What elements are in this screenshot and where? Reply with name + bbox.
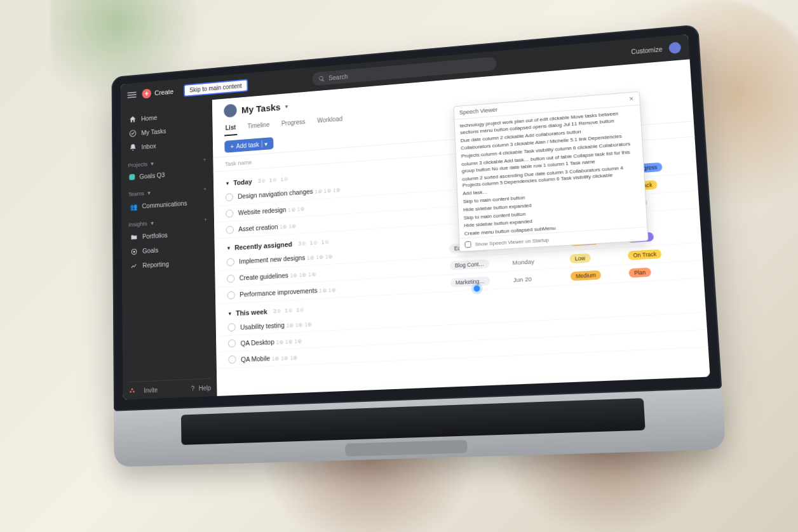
collapse-icon: ▼ bbox=[226, 245, 231, 251]
speech-viewer-window[interactable]: Speech Viewer ✕ technology project work … bbox=[454, 91, 649, 252]
tab-list[interactable]: List bbox=[224, 120, 237, 136]
task-priority bbox=[573, 325, 626, 328]
svg-point-2 bbox=[133, 250, 135, 252]
section-meta: 3⊕1⊕1⊕ bbox=[298, 239, 329, 247]
speech-viewer-log[interactable]: technology project work plan out of edit… bbox=[455, 105, 647, 238]
home-icon bbox=[129, 115, 137, 124]
task-priority: Low bbox=[569, 251, 623, 263]
complete-checkbox[interactable] bbox=[226, 209, 233, 217]
task-project bbox=[453, 347, 511, 350]
chevron-down-icon[interactable]: ▾ bbox=[264, 140, 267, 147]
collapse-icon: ▼ bbox=[225, 180, 229, 186]
screen-bezel: + Create Skip to main content Search Cus… bbox=[112, 24, 722, 411]
section-meta: 3⊕1⊕1⊕ bbox=[273, 307, 304, 314]
complete-checkbox[interactable] bbox=[226, 225, 234, 234]
complete-checkbox[interactable] bbox=[228, 356, 236, 364]
add-insight-button[interactable]: + bbox=[204, 216, 207, 223]
sidebar-project-item[interactable]: Goals Q3 bbox=[127, 165, 208, 184]
app-screen: + Create Skip to main content Search Cus… bbox=[121, 34, 710, 400]
task-stage: Plan bbox=[628, 265, 689, 278]
sidebar-item-label: Communications bbox=[142, 199, 187, 209]
section-title: Recently assigned bbox=[234, 241, 292, 251]
plus-icon: + bbox=[142, 89, 151, 99]
profile-avatar[interactable] bbox=[224, 103, 237, 117]
task-priority: Medium bbox=[571, 269, 624, 281]
search-placeholder: Search bbox=[328, 73, 348, 81]
chevron-down-icon[interactable]: ▾ bbox=[151, 160, 154, 167]
task-stage: On Track bbox=[628, 248, 689, 260]
section-meta: 3⊕1⊕1⊕ bbox=[258, 176, 288, 184]
sidebar: Home My Tasks Inbox Projects ▾ + bbox=[121, 100, 217, 399]
task-project: Blog Cont… bbox=[450, 258, 508, 270]
section-title: This week bbox=[236, 308, 267, 317]
sidebar-item-label: Portfolios bbox=[142, 231, 168, 240]
task-due-date bbox=[515, 328, 567, 330]
skip-to-main-content[interactable]: Skip to main content bbox=[184, 79, 248, 96]
check-circle-icon bbox=[129, 129, 137, 138]
search-icon bbox=[318, 75, 325, 82]
sidebar-item-label: Home bbox=[141, 114, 157, 122]
add-project-button[interactable]: + bbox=[203, 156, 206, 163]
help-icon: ? bbox=[189, 385, 196, 392]
task-project bbox=[452, 330, 510, 333]
create-button[interactable]: + Create bbox=[142, 87, 173, 99]
collapse-icon: ▼ bbox=[227, 310, 233, 316]
create-label: Create bbox=[154, 88, 173, 96]
task-stage bbox=[633, 339, 694, 342]
task-project bbox=[452, 314, 510, 317]
complete-checkbox[interactable] bbox=[227, 323, 235, 331]
complete-checkbox[interactable] bbox=[227, 258, 234, 266]
tab-progress[interactable]: Progress bbox=[280, 115, 307, 132]
task-project: Marketing… bbox=[450, 276, 508, 288]
chart-icon bbox=[130, 262, 138, 270]
laptop: + Create Skip to main content Search Cus… bbox=[112, 24, 726, 467]
svg-point-4 bbox=[130, 391, 132, 393]
chevron-down-icon[interactable]: ▾ bbox=[147, 189, 151, 196]
tab-workload[interactable]: Workload bbox=[316, 112, 344, 129]
chevron-down-icon[interactable]: ▾ bbox=[285, 103, 288, 110]
page-title: My Tasks bbox=[241, 102, 281, 115]
sidebar-item-label: Inbox bbox=[142, 142, 156, 150]
task-due-date bbox=[517, 345, 569, 347]
complete-checkbox[interactable] bbox=[226, 193, 233, 201]
task-due-date: Monday bbox=[512, 256, 564, 266]
sidebar-team-item[interactable]: 👥 Communications bbox=[127, 194, 208, 214]
close-icon[interactable]: ✕ bbox=[628, 95, 634, 102]
task-priority bbox=[572, 308, 626, 310]
svg-point-5 bbox=[133, 390, 135, 392]
complete-checkbox[interactable] bbox=[228, 339, 236, 347]
main-content: My Tasks ▾ List Timeline Progress Worklo… bbox=[212, 59, 710, 396]
sidebar-item-label: Reporting bbox=[142, 260, 169, 269]
hamburger-icon[interactable] bbox=[127, 91, 136, 98]
folder-icon bbox=[130, 232, 138, 241]
plus-icon: + bbox=[231, 143, 234, 150]
add-team-button[interactable]: + bbox=[203, 185, 206, 192]
sidebar-item-label: Goals Q3 bbox=[139, 171, 165, 180]
speech-viewer-footer-label: Show Speech Viewer on Startup bbox=[475, 237, 549, 247]
invite-button[interactable]: Invite bbox=[144, 387, 158, 394]
complete-checkbox[interactable] bbox=[227, 291, 234, 299]
target-icon bbox=[130, 247, 138, 256]
help-button[interactable]: ? Help bbox=[189, 384, 211, 392]
sidebar-item-label: My Tasks bbox=[141, 127, 166, 136]
asana-logo-icon bbox=[128, 387, 135, 394]
user-avatar[interactable] bbox=[668, 42, 681, 54]
tab-timeline[interactable]: Timeline bbox=[246, 117, 271, 135]
task-due-date: Jun 20 bbox=[513, 273, 565, 283]
svg-point-3 bbox=[132, 389, 133, 390]
add-task-button[interactable]: + Add task ▾ bbox=[224, 137, 273, 153]
task-stage bbox=[632, 322, 693, 325]
complete-checkbox[interactable] bbox=[227, 274, 234, 283]
task-priority bbox=[574, 342, 627, 345]
task-stage bbox=[631, 305, 692, 308]
section-title: Today bbox=[233, 178, 252, 186]
bell-icon bbox=[129, 143, 137, 152]
task-due-date bbox=[515, 310, 567, 313]
sidebar-item-label: Goals bbox=[142, 246, 158, 255]
show-on-startup-checkbox[interactable] bbox=[464, 241, 471, 248]
sidebar-footer: Invite ? Help bbox=[128, 378, 211, 395]
customize-button[interactable]: Customize bbox=[631, 46, 663, 55]
chevron-down-icon[interactable]: ▾ bbox=[151, 220, 154, 227]
speech-viewer-title: Speech Viewer bbox=[459, 107, 497, 116]
team-icon: 👥 bbox=[130, 202, 138, 211]
